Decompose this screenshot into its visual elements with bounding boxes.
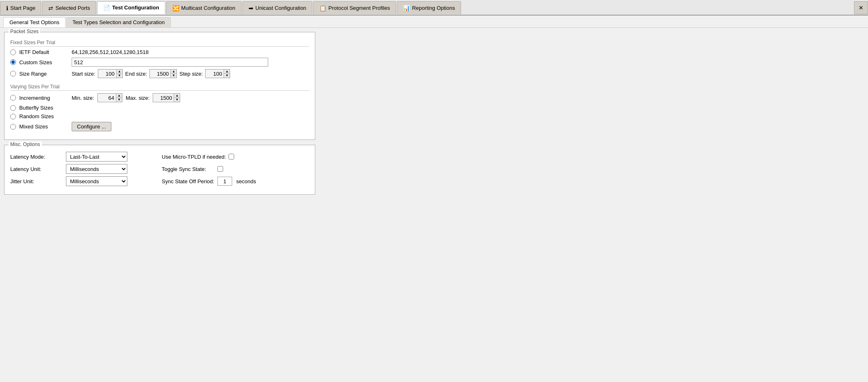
close-button[interactable]: ✕: [854, 1, 868, 14]
max-size-input[interactable]: [153, 94, 174, 102]
tab-multicast-configuration[interactable]: 🔀 Multicast Configuration: [166, 1, 242, 14]
step-size-label: Step size:: [179, 71, 203, 77]
min-size-spinner[interactable]: ▲ ▼: [97, 93, 122, 102]
end-size-down[interactable]: ▼: [171, 74, 176, 78]
latency-mode-row: Latency Mode: Last-To-Last First-To-Last…: [10, 152, 309, 162]
min-size-input[interactable]: [98, 94, 116, 102]
ietf-default-value: 64,128,256,512,1024,1280,1518: [72, 49, 149, 55]
tab-selected-ports[interactable]: ⇄ Selected Ports: [42, 1, 96, 14]
incrementing-label[interactable]: Incrementing: [19, 95, 68, 101]
butterfly-sizes-label[interactable]: Butterfly Sizes: [19, 105, 68, 111]
step-size-spinner[interactable]: ▲ ▼: [205, 69, 230, 78]
end-size-input[interactable]: [150, 70, 170, 78]
seconds-label: seconds: [236, 178, 256, 184]
max-size-spinner[interactable]: ▲ ▼: [153, 93, 180, 102]
size-range-label[interactable]: Size Range: [19, 71, 68, 77]
use-micro-tpld-checkbox[interactable]: [228, 154, 234, 160]
size-range-row: Size Range Start size: ▲ ▼ End size: ▲ ▼: [10, 69, 309, 78]
multicast-icon: 🔀: [172, 5, 179, 11]
varying-sizes-label: Varying Sizes Per Trial: [10, 84, 309, 91]
jitter-unit-row: Jitter Unit: Milliseconds Microseconds N…: [10, 176, 309, 186]
random-sizes-row: Random Sizes: [10, 113, 309, 119]
max-size-label: Max. size:: [126, 95, 150, 101]
random-sizes-label[interactable]: Random Sizes: [19, 113, 68, 119]
end-size-label: End size:: [125, 71, 147, 77]
step-size-up[interactable]: ▲: [224, 70, 230, 74]
unicast-icon: ➡: [249, 5, 253, 11]
sync-state-off-period-input[interactable]: [217, 177, 232, 186]
latency-unit-select[interactable]: Milliseconds Microseconds Nanoseconds: [66, 164, 127, 174]
start-size-input[interactable]: [98, 70, 116, 78]
incrementing-radio[interactable]: [10, 95, 16, 101]
protocol-segment-icon: 📋: [319, 5, 326, 11]
selected-ports-icon: ⇄: [48, 5, 53, 11]
sub-tab-test-types-selection[interactable]: Test Types Selection and Configuration: [66, 17, 171, 27]
tab-reporting-options[interactable]: 📊 Reporting Options: [397, 1, 461, 14]
mixed-sizes-row: Mixed Sizes Configure ...: [10, 122, 309, 131]
min-size-up[interactable]: ▲: [116, 94, 122, 98]
custom-sizes-row: Custom Sizes: [10, 58, 309, 67]
mixed-sizes-radio[interactable]: [10, 124, 16, 130]
ietf-default-radio[interactable]: [10, 49, 16, 55]
end-size-up[interactable]: ▲: [171, 70, 176, 74]
test-configuration-icon: 📄: [103, 4, 110, 11]
start-size-label: Start size:: [72, 71, 95, 77]
toggle-sync-state-label: Toggle Sync State:: [162, 166, 215, 172]
custom-sizes-radio[interactable]: [10, 59, 16, 65]
step-size-down[interactable]: ▼: [224, 74, 230, 78]
tab-unicast-configuration[interactable]: ➡ Unicast Configuration: [242, 1, 312, 14]
random-sizes-radio[interactable]: [10, 114, 16, 119]
min-size-label: Min. size:: [72, 95, 94, 101]
jitter-unit-label: Jitter Unit:: [10, 178, 63, 184]
size-range-controls: Start size: ▲ ▼ End size: ▲ ▼ Step: [72, 69, 230, 78]
min-size-down[interactable]: ▼: [116, 98, 122, 102]
reporting-options-icon: 📊: [403, 5, 410, 11]
packet-sizes-group: Packet Sizes Fixed Sizes Per Trial IETF …: [4, 32, 315, 140]
tab-protocol-segment-profiles[interactable]: 📋 Protocol Segment Profiles: [313, 1, 396, 14]
misc-options-title: Misc. Options: [9, 142, 42, 147]
toggle-sync-state-checkbox[interactable]: [217, 166, 223, 172]
step-size-input[interactable]: [206, 70, 224, 78]
sub-tab-bar: General Test Options Test Types Selectio…: [0, 16, 868, 28]
start-size-spinner[interactable]: ▲ ▼: [98, 69, 123, 78]
end-size-spinner[interactable]: ▲ ▼: [149, 69, 177, 78]
latency-unit-label: Latency Unit:: [10, 166, 63, 172]
max-size-up[interactable]: ▲: [174, 94, 180, 98]
ietf-default-row: IETF Default 64,128,256,512,1024,1280,15…: [10, 49, 309, 55]
tab-bar: ℹ Start Page ⇄ Selected Ports 📄 Test Con…: [0, 0, 868, 16]
start-size-down[interactable]: ▼: [117, 74, 122, 78]
butterfly-sizes-row: Butterfly Sizes: [10, 105, 309, 111]
packet-sizes-title: Packet Sizes: [9, 29, 40, 34]
use-micro-tpld-label: Use Micro-TPLD if needed:: [162, 154, 226, 160]
main-content: Packet Sizes Fixed Sizes Per Trial IETF …: [0, 28, 868, 204]
latency-mode-label: Latency Mode:: [10, 154, 63, 160]
custom-sizes-input[interactable]: [72, 58, 268, 67]
tab-start-page[interactable]: ℹ Start Page: [0, 1, 41, 14]
butterfly-sizes-radio[interactable]: [10, 105, 16, 111]
jitter-unit-select[interactable]: Milliseconds Microseconds Nanoseconds: [66, 176, 127, 186]
incrementing-row: Incrementing Min. size: ▲ ▼ Max. size: ▲…: [10, 93, 309, 102]
custom-sizes-label[interactable]: Custom Sizes: [19, 59, 68, 65]
latency-unit-row: Latency Unit: Milliseconds Microseconds …: [10, 164, 309, 174]
configure-button[interactable]: Configure ...: [72, 122, 111, 131]
max-size-down[interactable]: ▼: [174, 98, 180, 102]
size-range-radio[interactable]: [10, 71, 16, 76]
ietf-default-label[interactable]: IETF Default: [19, 49, 68, 55]
fixed-sizes-label: Fixed Sizes Per Trial: [10, 40, 309, 47]
tab-test-configuration[interactable]: 📄 Test Configuration: [97, 1, 165, 14]
misc-options-group: Misc. Options Latency Mode: Last-To-Last…: [4, 145, 315, 195]
sub-tab-general-test-options[interactable]: General Test Options: [3, 17, 66, 27]
start-page-icon: ℹ: [6, 5, 8, 11]
latency-mode-select[interactable]: Last-To-Last First-To-Last First-To-Firs…: [66, 152, 127, 162]
start-size-up[interactable]: ▲: [117, 70, 122, 74]
mixed-sizes-label[interactable]: Mixed Sizes: [19, 124, 68, 130]
sync-state-off-period-label: Sync State Off Period:: [162, 178, 215, 184]
